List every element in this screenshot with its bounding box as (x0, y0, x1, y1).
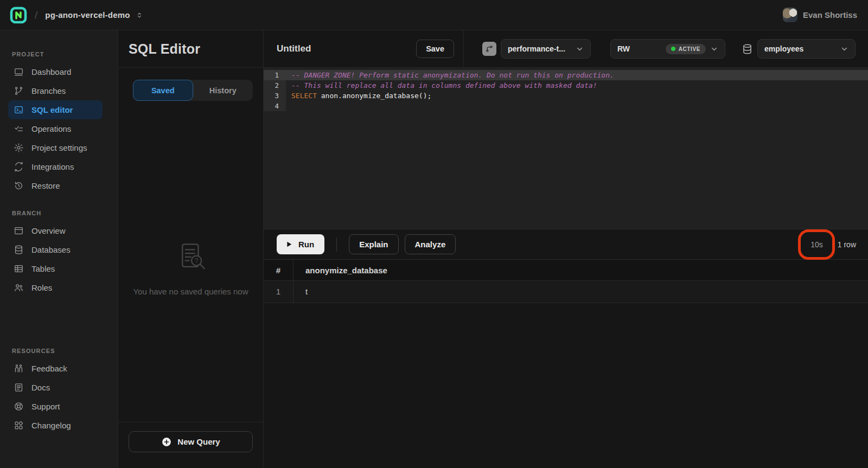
page-title: SQL Editor (129, 41, 200, 57)
user-name: Evan Shortiss (803, 10, 857, 20)
sql-code-editor[interactable]: 1-- DANGER ZONE! Perform static anonymiz… (264, 68, 868, 229)
line-number: 3 (264, 91, 286, 101)
avatar (783, 8, 797, 22)
queries-panel-footer: New Query (118, 422, 263, 468)
column-header-name: anonymize_database (293, 260, 868, 280)
row-count: 1 row (838, 240, 856, 249)
queries-tabs: SavedHistory (133, 80, 253, 101)
code-line: 2-- This will replace all data in column… (264, 80, 868, 91)
editor-pane: Untitled Save performance-t... (264, 30, 868, 468)
run-button[interactable]: Run (277, 234, 324, 254)
restore-icon (14, 181, 24, 191)
code-line-content: -- DANGER ZONE! Perform static anonymiza… (286, 70, 868, 80)
saved-queries-panel: SQL Editor SavedHistory ? You have no sa… (118, 30, 264, 468)
results-header-row: #anonymize_database (264, 259, 868, 281)
sidebar-item-label: Tables (31, 264, 55, 273)
sidebar-item-label: Integrations (31, 162, 74, 171)
database-selector-value: employees (764, 44, 803, 53)
line-number: 1 (264, 70, 286, 80)
topbar: / pg-anon-vercel-demo Evan Shortiss (0, 0, 868, 30)
editor-header: Untitled Save performance-t... (264, 30, 868, 68)
branch-icon-button[interactable] (482, 42, 496, 56)
sidebar-item-sql-editor[interactable]: SQL editor (8, 100, 103, 119)
sidebar-item-databases[interactable]: Databases (8, 240, 103, 259)
sidebar-item-restore[interactable]: Restore (8, 176, 103, 195)
sidebar-item-project-settings[interactable]: Project settings (8, 138, 103, 157)
sidebar-item-label: SQL editor (31, 105, 73, 114)
sidebar-section-header: PROJECT (0, 51, 118, 62)
status-label: ACTIVE (679, 46, 700, 52)
sidebar-section-branch: BRANCHOverviewDatabasesTablesRoles (0, 210, 118, 297)
sidebar-section-header: BRANCH (0, 210, 118, 221)
empty-state-text: You have no saved queries now (118, 287, 263, 296)
sidebar-item-operations[interactable]: Operations (8, 119, 103, 138)
sidebar-section-header: RESOURCES (0, 348, 118, 359)
git-branch-icon (485, 44, 494, 53)
sidebar-item-roles[interactable]: Roles (8, 278, 103, 297)
neon-logo-icon[interactable] (10, 7, 27, 24)
chevron-updown-icon (136, 11, 143, 19)
svg-text:?: ? (194, 257, 198, 265)
save-button[interactable]: Save (416, 40, 454, 58)
tables-icon (14, 264, 24, 274)
active-dot-icon (671, 47, 675, 51)
sidebar-item-integrations[interactable]: Integrations (8, 157, 103, 176)
sidebar-item-feedback[interactable]: Feedback (8, 359, 103, 378)
sidebar-item-branches[interactable]: Branches (8, 81, 103, 100)
sidebar-item-changelog[interactable]: Changelog (8, 416, 103, 435)
sidebar-item-label: Support (31, 402, 60, 411)
query-duration: 10s (810, 240, 823, 249)
integrations-icon (14, 162, 24, 172)
user-menu[interactable]: Evan Shortiss (783, 8, 857, 22)
run-toolbar: Run Explain Analyze 10s 1 row (264, 229, 868, 259)
sidebar-item-label: Operations (31, 124, 71, 133)
roles-icon (14, 283, 24, 293)
database-selector[interactable]: employees (757, 39, 856, 59)
feedback-icon (14, 363, 24, 374)
empty-state: ? You have no saved queries now (118, 238, 263, 296)
sidebar-item-label: Changelog (31, 421, 71, 430)
play-icon (285, 240, 293, 248)
project-selector[interactable]: pg-anon-vercel-demo (45, 10, 143, 20)
chevron-down-icon (576, 45, 584, 53)
sidebar-item-support[interactable]: Support (8, 397, 103, 416)
new-query-label: New Query (177, 437, 220, 446)
queries-panel-header: SQL Editor (118, 30, 263, 68)
row-index-cell: 1 (264, 281, 293, 303)
sidebar-item-label: Dashboard (31, 67, 71, 76)
branch-selector[interactable]: performance-t... (501, 39, 591, 59)
results-table: #anonymize_database1t (264, 259, 868, 303)
status-badge: ACTIVE (666, 44, 706, 54)
run-label: Run (298, 240, 314, 249)
line-number: 4 (264, 101, 286, 111)
sidebar-item-tables[interactable]: Tables (8, 259, 103, 278)
new-query-button[interactable]: New Query (129, 431, 253, 452)
operations-icon (14, 124, 24, 134)
sidebar-item-label: Project settings (31, 143, 87, 152)
dashboard-icon (14, 67, 24, 77)
explain-button[interactable]: Explain (349, 234, 398, 254)
toolbar-divider (336, 238, 337, 252)
code-line-content (286, 101, 868, 111)
table-row: 1t (264, 281, 868, 303)
tab-saved[interactable]: Saved (133, 80, 193, 101)
project-name: pg-anon-vercel-demo (45, 10, 130, 20)
database-icon (742, 43, 753, 55)
sidebar-item-label: Feedback (31, 364, 67, 373)
line-number: 2 (264, 80, 286, 91)
code-line: 1-- DANGER ZONE! Perform static anonymiz… (264, 70, 868, 80)
analyze-button[interactable]: Analyze (405, 234, 456, 254)
compute-selector[interactable]: RW ACTIVE (610, 39, 725, 59)
compute-selector-value: RW (617, 44, 630, 53)
code-line: 4 (264, 101, 868, 111)
sidebar-item-docs[interactable]: Docs (8, 378, 103, 397)
sidebar-item-overview[interactable]: Overview (8, 221, 103, 240)
sidebar-section-project: PROJECTDashboardBranchesSQL editorOperat… (0, 51, 118, 195)
breadcrumb-separator: / (35, 9, 37, 21)
code-line-content: -- This will replace all data in columns… (286, 80, 868, 91)
sidebar-item-label: Branches (31, 86, 66, 95)
tab-history[interactable]: History (193, 80, 253, 101)
sidebar-item-label: Overview (31, 226, 66, 235)
chevron-down-icon (710, 45, 718, 53)
sidebar-item-dashboard[interactable]: Dashboard (8, 62, 103, 81)
